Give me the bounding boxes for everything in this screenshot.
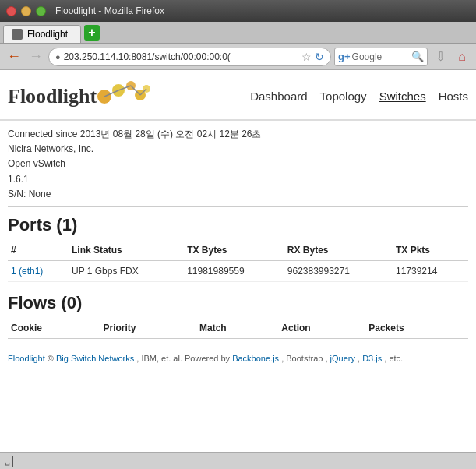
footer-ibm: , IBM, et. al. Powered by [136,354,232,363]
serial: S/N: None [8,187,468,202]
port-tx-pkts: 11739214 [393,260,468,281]
app-header: Floodlight Dashboard Topology [0,70,476,121]
footer-bsn[interactable]: Big Switch Networks [56,354,134,363]
port-id[interactable]: 1 (eth1) [8,260,69,281]
close-button[interactable] [6,6,16,16]
google-g-icon: g+ [338,51,351,62]
nav-hosts[interactable]: Hosts [439,90,468,103]
ports-col-id: # [8,240,69,261]
browser-tab[interactable]: Floodlight [3,25,81,43]
logo-text: Floodlight [8,85,97,108]
footer-floodlight[interactable]: Floodlight [8,354,45,363]
footer-jquery[interactable]: jQuery [330,354,355,363]
url-text: 203.250.114.10:8081/switch/00:00:00:0( [64,51,298,62]
company: Nicira Networks, Inc. [8,142,468,157]
footer: Floodlight © Big Switch Networks , IBM, … [0,347,476,369]
ports-title: Ports (1) [8,215,468,235]
flows-table: Cookie Priority Match Action Packets [8,318,468,339]
minimize-button[interactable] [21,6,31,16]
address-bar: ← → ● 203.250.114.10:8081/switch/00:00:0… [0,44,476,70]
cursor [12,456,18,467]
tab-favicon [12,29,23,40]
window-titlebar: Floodlight - Mozilla Firefox [0,0,476,22]
port-link-status: UP 1 Gbps FDX [69,260,184,281]
nav-dashboard[interactable]: Dashboard [250,90,307,103]
page-content: Floodlight Dashboard Topology [0,70,476,447]
flows-col-action: Action [278,318,365,339]
search-input[interactable]: Google [352,51,410,62]
info-section: Connected since 2013년 08월 28일 (수) 오전 02시… [8,127,468,207]
footer-etc: , etc. [384,354,403,363]
maximize-button[interactable] [36,6,46,16]
lock-icon: ● [55,52,61,62]
footer-copy: © [48,354,56,363]
nav-switches[interactable]: Switches [379,90,426,103]
footer-d3[interactable]: D3.js [362,354,382,363]
port-tx-bytes: 11981989559 [184,260,284,281]
refresh-icon[interactable]: ↻ [315,51,324,63]
url-box[interactable]: ● 203.250.114.10:8081/switch/00:00:00:0(… [48,48,331,66]
table-row: 1 (eth1) UP 1 Gbps FDX 11981989559 96238… [8,260,468,281]
ports-table: # Link Status TX Bytes RX Bytes TX Pkts … [8,240,468,282]
new-tab-button[interactable]: + [84,25,100,41]
nav-topology[interactable]: Topology [320,90,367,103]
ports-col-tx: TX Bytes [184,240,284,261]
footer-backbone[interactable]: Backbone.js [232,354,279,363]
cursor-icon: ␣ [5,456,10,466]
connected-since: Connected since 2013년 08월 28일 (수) 오전 02시… [8,127,468,142]
status-bar: ␣ [0,452,476,469]
bookmark-icon[interactable]: ☆ [301,51,312,63]
ports-col-txpkts: TX Pkts [393,240,468,261]
app-nav: Dashboard Topology Switches Hosts [250,90,468,103]
ports-col-rx: RX Bytes [284,240,393,261]
flows-title: Flows (0) [8,293,468,313]
search-box[interactable]: g+ Google 🔍 [334,48,428,66]
tab-bar: Floodlight + [0,22,476,44]
download-button[interactable]: ⇩ [431,48,450,66]
home-button[interactable]: ⌂ [453,48,471,66]
flows-col-cookie: Cookie [8,318,100,339]
flows-col-match: Match [196,318,278,339]
ports-col-link: Link Status [69,240,184,261]
window-title: Floodlight - Mozilla Firefox [55,5,164,16]
logo-bubbles [97,78,151,115]
flows-col-packets: Packets [365,318,468,339]
back-button[interactable]: ← [5,48,23,66]
software: Open vSwitch [8,157,468,171]
search-icon[interactable]: 🔍 [411,51,424,62]
flows-col-priority: Priority [100,318,196,339]
page-body: Connected since 2013년 08월 28일 (수) 오전 02시… [0,121,476,347]
footer-bootstrap: Bootstrap [286,354,323,363]
app-logo: Floodlight [8,78,151,115]
tab-label: Floodlight [27,29,68,40]
port-rx-bytes: 962383993271 [284,260,393,281]
version: 1.6.1 [8,172,468,187]
forward-button[interactable]: → [26,48,45,66]
